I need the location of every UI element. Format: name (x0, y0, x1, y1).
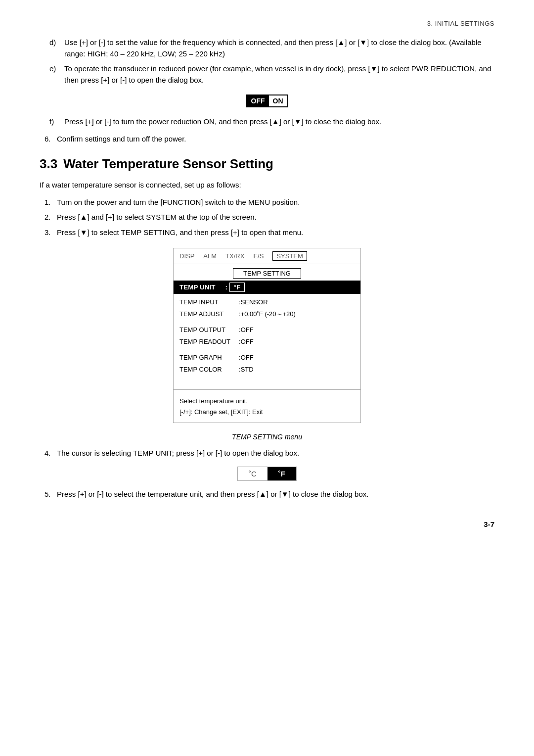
bullet-label-f: f) (49, 116, 54, 128)
bullet-item-d: d) Use [+] or [-] to set the value for t… (49, 37, 494, 59)
menu-selected-row: TEMP UNIT : °F (174, 281, 360, 294)
step2-text: Press [▲] and [+] to select SYSTEM at th… (57, 213, 257, 221)
section-heading: 3.3 Water Temperature Sensor Setting (40, 156, 494, 172)
bullet-label-e: e) (49, 63, 56, 75)
label-tempgraph: TEMP GRAPH (179, 352, 239, 363)
section-number: 3.3 (40, 156, 57, 172)
section-title: Water Temperature Sensor Setting (63, 156, 273, 172)
menu-gap1 (179, 321, 355, 325)
dialog-fahrenheit: ˚F (267, 467, 296, 480)
menu-rows: TEMP INPUT : SENSOR TEMP ADJUST : +0.00˚… (174, 294, 360, 385)
step3-text: Press [▼] to select TEMP SETTING, and th… (57, 228, 303, 236)
bullet-item-f: f) Press [+] or [-] to turn the power re… (49, 116, 494, 128)
step3: 3. Press [▼] to select TEMP SETTING, and… (44, 227, 494, 238)
menu-gap4 (179, 380, 355, 384)
step1: 1. Turn on the power and turn the [FUNCT… (44, 197, 494, 208)
menu-selected-value: : °F (225, 283, 245, 292)
step6-item: 6. Confirm settings and turn off the pow… (44, 134, 494, 145)
value-tempreadout: OFF (241, 336, 254, 347)
value-tempinput: SENSOR (241, 297, 268, 308)
step4-text: The cursor is selecting TEMP UNIT; press… (57, 449, 299, 457)
intro-text: If a water temperature sensor is connect… (40, 180, 494, 191)
menu-footer-line2: [-/+]: Change set, [EXIT]: Exit (179, 407, 355, 418)
off-on-container: OFF ON (40, 94, 494, 107)
step4-item: 4. The cursor is selecting TEMP UNIT; pr… (44, 448, 494, 459)
step2-num: 2. (44, 212, 51, 223)
step6-text: Confirm settings and turn off the power. (57, 135, 186, 143)
menu-title-row: TEMP SETTING (174, 268, 360, 279)
off-label: OFF (247, 95, 269, 106)
bullet-list-de: d) Use [+] or [-] to set the value for t… (49, 37, 494, 86)
bullet-text-f: Press [+] or [-] to turn the power reduc… (64, 117, 381, 126)
menu-title-box: TEMP SETTING (233, 268, 301, 279)
menu-divider (174, 389, 360, 390)
label-tempinput: TEMP INPUT (179, 297, 239, 308)
menu-row-tempadjust: TEMP ADJUST : +0.00˚F (-20～+20) (179, 309, 355, 320)
menu-disp: DISP (179, 252, 194, 260)
dialog-inner: ˚C ˚F (237, 467, 297, 481)
bullet-item-e: e) To operate the transducer in reduced … (49, 63, 494, 86)
label-tempcolor: TEMP COLOR (179, 364, 239, 375)
label-tempreadout: TEMP READOUT (179, 336, 239, 347)
value-tempgraph: OFF (241, 352, 254, 363)
menu-system: SYSTEM (272, 251, 307, 261)
step6-num: 6. (44, 134, 51, 145)
value-tempcolor: STD (241, 364, 254, 375)
menu-colon: : (225, 284, 228, 291)
menu-selected-label: TEMP UNIT (179, 284, 216, 291)
page-header: 3. INITIAL SETTINGS (40, 20, 494, 27)
steps-list: 1. Turn on the power and turn the [FUNCT… (44, 197, 494, 238)
value-tempoutput: OFF (241, 325, 254, 335)
bullet-text-e: To operate the transducer in reduced pow… (64, 64, 491, 84)
menu-footer: Select temperature unit. [-/+]: Change s… (174, 394, 360, 423)
step5-text: Press [+] or [-] to select the temperatu… (57, 490, 368, 498)
menu-row-tempcolor: TEMP COLOR : STD (179, 364, 355, 375)
label-tempadjust: TEMP ADJUST (179, 309, 239, 320)
value-tempadjust: +0.00˚F (-20～+20) (241, 309, 296, 320)
header-text: 3. INITIAL SETTINGS (427, 20, 494, 27)
step2: 2. Press [▲] and [+] to select SYSTEM at… (44, 212, 494, 223)
menu-top-bar: DISP ALM TX/RX E/S SYSTEM (174, 248, 360, 264)
bullet-label-d: d) (49, 37, 56, 48)
menu-alm: ALM (203, 252, 217, 260)
selected-f-box: °F (229, 283, 245, 292)
step4-num: 4. (44, 448, 51, 459)
dialog-box: ˚C ˚F (40, 467, 494, 481)
menu-row-tempoutput: TEMP OUTPUT : OFF (179, 325, 355, 335)
off-on-widget: OFF ON (246, 94, 288, 107)
menu-txrx: TX/RX (225, 252, 244, 260)
menu-gap3 (179, 377, 355, 380)
on-label: ON (269, 95, 287, 106)
step1-text: Turn on the power and turn the [FUNCTION… (57, 198, 300, 206)
menu-caption: TEMP SETTING menu (40, 433, 494, 441)
dialog-celsius: ˚C (238, 467, 267, 480)
numbered-list-step6: 6. Confirm settings and turn off the pow… (44, 134, 494, 145)
menu-footer-line1: Select temperature unit. (179, 396, 355, 407)
menu-row-tempinput: TEMP INPUT : SENSOR (179, 297, 355, 308)
step5-item: 5. Press [+] or [-] to select the temper… (44, 489, 494, 500)
menu-screenshot: DISP ALM TX/RX E/S SYSTEM TEMP SETTING T… (173, 248, 361, 423)
step3-num: 3. (44, 227, 51, 238)
step4-list: 4. The cursor is selecting TEMP UNIT; pr… (44, 448, 494, 459)
step5-num: 5. (44, 489, 51, 500)
bullet-text-d: Use [+] or [-] to set the value for the … (64, 38, 482, 58)
menu-row-tempgraph: TEMP GRAPH : OFF (179, 352, 355, 363)
menu-row-tempreadout: TEMP READOUT : OFF (179, 336, 355, 347)
menu-gap2 (179, 348, 355, 352)
bullet-list-f: f) Press [+] or [-] to turn the power re… (49, 116, 494, 128)
label-tempoutput: TEMP OUTPUT (179, 325, 239, 335)
step1-num: 1. (44, 197, 51, 208)
menu-es: E/S (253, 252, 264, 260)
page-number: 3-7 (40, 520, 494, 528)
step5-list: 5. Press [+] or [-] to select the temper… (44, 489, 494, 500)
